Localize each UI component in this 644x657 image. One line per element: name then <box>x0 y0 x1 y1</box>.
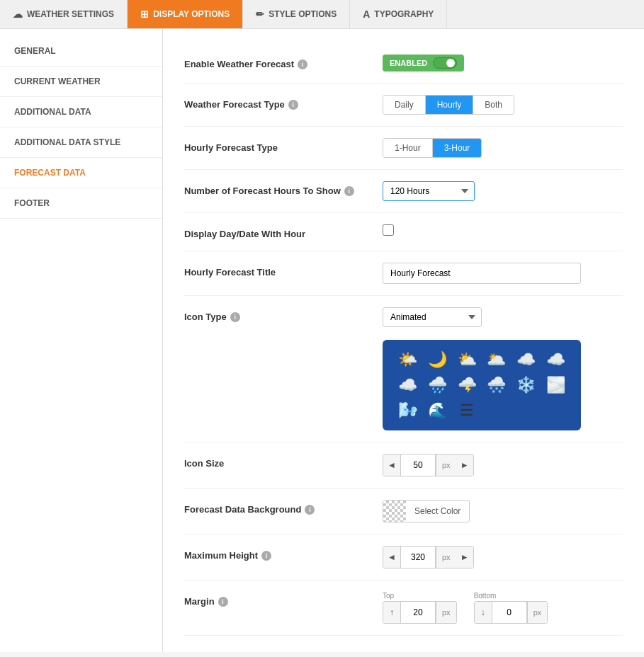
sidebar-item-footer[interactable]: FOOTER <box>0 188 162 219</box>
tab-weather-settings[interactable]: ☁ WEATHER SETTINGS <box>0 0 128 28</box>
hourly-forecast-type-row: Hourly Forecast Type 1-Hour 3-Hour <box>184 127 623 170</box>
forecast-background-color-picker[interactable]: Select Color <box>383 500 470 522</box>
icon-size-row: Icon Size ◄ px ► <box>184 442 623 489</box>
enable-forecast-toggle[interactable]: ENABLED <box>383 55 464 72</box>
icon-preview-grid: 🌤️ 🌙 ⛅ 🌥️ ☁️ ☁️ ☁️ 🌧️ 🌩️ 🌨️ ❄️ 🌫️ 🌬️ 🌊 ☰ <box>383 340 581 430</box>
sidebar: GENERAL CURRENT WEATHER ADDITIONAL DATA … <box>0 29 163 652</box>
icon-type-row: Icon Type i Animated Static None 🌤️ 🌙 ⛅ … <box>184 296 623 442</box>
margin-row: Margin i Top ↑ px Bottom <box>184 581 623 636</box>
margin-top-stepper: ↑ px <box>383 601 457 624</box>
sidebar-item-general[interactable]: GENERAL <box>0 36 162 67</box>
margin-bottom-stepper: ↓ px <box>474 601 548 624</box>
select-color-label: Select Color <box>406 501 469 522</box>
maximum-height-row: Maximum Height i ◄ px ► <box>184 535 623 581</box>
tab-display-options[interactable]: ⊞ DISPLAY OPTIONS <box>128 0 243 28</box>
sidebar-item-forecast-data[interactable]: FORECAST DATA <box>0 158 162 188</box>
maximum-height-increment-btn[interactable]: ► <box>456 547 473 568</box>
maximum-height-label: Maximum Height i <box>184 546 383 561</box>
hourly-forecast-type-btn-group: 1-Hour 3-Hour <box>383 138 482 158</box>
pencil-icon: ✏ <box>256 8 264 20</box>
maximum-height-input[interactable] <box>400 547 436 568</box>
hourly-forecast-title-row: Hourly Forecast Title <box>184 251 623 296</box>
margin-bottom-decrement-btn[interactable]: ↓ <box>475 602 492 623</box>
preview-icon-7: ☁️ <box>397 376 419 394</box>
icon-size-input[interactable] <box>400 455 436 476</box>
icon-type-select[interactable]: Animated Static None <box>383 307 482 327</box>
enable-forecast-control: ENABLED <box>383 55 623 72</box>
forecast-hours-label: Number of Forecast Hours To Show i <box>184 181 383 196</box>
forecast-hours-control: 24 Hours 48 Hours 72 Hours 96 Hours 120 … <box>383 181 623 201</box>
icon-size-control: ◄ px ► <box>383 454 623 476</box>
hourly-type-1hour-btn[interactable]: 1-Hour <box>383 139 433 157</box>
color-checker-pattern <box>383 501 406 522</box>
forecast-type-row: Weather Forecast Type i Daily Hourly Bot… <box>184 84 623 127</box>
preview-icon-1: 🌤️ <box>397 350 419 369</box>
margin-label: Margin i <box>184 592 383 607</box>
preview-icon-11: ❄️ <box>515 376 538 394</box>
hourly-forecast-title-input[interactable] <box>383 263 581 284</box>
margin-inputs: Top ↑ px Bottom ↓ px <box>383 592 548 624</box>
toggle-switch[interactable] <box>433 57 457 69</box>
preview-icon-3: ⛅ <box>456 350 478 369</box>
hourly-forecast-type-control: 1-Hour 3-Hour <box>383 138 623 158</box>
preview-icon-6: ☁️ <box>544 350 567 369</box>
preview-icon-15: ☰ <box>456 401 478 420</box>
margin-bottom-input[interactable] <box>492 602 527 623</box>
icon-size-unit: px <box>436 455 456 476</box>
icon-type-control: Animated Static None 🌤️ 🌙 ⛅ 🌥️ ☁️ ☁️ ☁️ … <box>383 307 623 430</box>
tab-style-options[interactable]: ✏ STYLE OPTIONS <box>243 0 350 28</box>
display-day-date-row: Display Day/Date With Hour <box>184 213 623 251</box>
tab-typography[interactable]: A TYPOGRAPHY <box>350 0 447 28</box>
preview-icon-13: 🌬️ <box>397 401 419 420</box>
tab-weather-settings-label: WEATHER SETTINGS <box>27 9 114 19</box>
enable-forecast-info-icon[interactable]: i <box>298 59 307 69</box>
typography-icon: A <box>363 8 370 20</box>
enable-forecast-label: Enable Weather Forecast i <box>184 55 383 69</box>
hourly-type-3hour-btn[interactable]: 3-Hour <box>433 139 482 157</box>
sidebar-item-additional-data[interactable]: ADDITIONAL DATA <box>0 97 162 127</box>
icon-type-info-icon[interactable]: i <box>230 312 240 322</box>
forecast-background-control: Select Color <box>383 500 623 522</box>
icon-size-stepper: ◄ px ► <box>383 454 474 476</box>
top-navigation: ☁ WEATHER SETTINGS ⊞ DISPLAY OPTIONS ✏ S… <box>0 0 644 29</box>
icon-type-label: Icon Type i <box>184 307 383 322</box>
margin-top-unit: px <box>436 602 456 623</box>
preview-icon-8: 🌧️ <box>426 376 449 394</box>
margin-bottom-group: Bottom ↓ px <box>474 592 548 624</box>
maximum-height-info-icon[interactable]: i <box>261 551 271 561</box>
margin-top-decrement-btn[interactable]: ↑ <box>383 602 400 623</box>
margin-bottom-unit: px <box>527 602 548 623</box>
forecast-type-hourly-btn[interactable]: Hourly <box>426 96 474 114</box>
preview-icon-14: 🌊 <box>426 401 449 420</box>
margin-info-icon[interactable]: i <box>218 597 228 607</box>
forecast-type-label: Weather Forecast Type i <box>184 95 383 110</box>
main-layout: GENERAL CURRENT WEATHER ADDITIONAL DATA … <box>0 29 644 652</box>
forecast-type-btn-group: Daily Hourly Both <box>383 95 514 115</box>
margin-top-input[interactable] <box>400 602 436 623</box>
tab-typography-label: TYPOGRAPHY <box>374 9 434 19</box>
margin-top-group: Top ↑ px <box>383 592 457 624</box>
maximum-height-decrement-btn[interactable]: ◄ <box>383 547 400 568</box>
grid-icon: ⊞ <box>140 8 149 20</box>
display-day-date-checkbox[interactable] <box>383 224 394 236</box>
sidebar-item-additional-data-style[interactable]: ADDITIONAL DATA STYLE <box>0 127 162 158</box>
forecast-type-daily-btn[interactable]: Daily <box>383 96 426 114</box>
main-content: Enable Weather Forecast i ENABLED Weathe… <box>163 29 644 652</box>
forecast-background-info-icon[interactable]: i <box>305 505 315 515</box>
forecast-hours-select[interactable]: 24 Hours 48 Hours 72 Hours 96 Hours 120 … <box>383 181 475 201</box>
forecast-background-row: Forecast Data Background i Select Color <box>184 489 623 535</box>
hourly-forecast-title-label: Hourly Forecast Title <box>184 263 383 278</box>
icon-size-label: Icon Size <box>184 454 383 469</box>
hourly-forecast-type-label: Hourly Forecast Type <box>184 138 383 153</box>
forecast-hours-info-icon[interactable]: i <box>344 186 354 196</box>
hourly-forecast-title-control <box>383 263 623 284</box>
icon-size-decrement-btn[interactable]: ◄ <box>383 455 400 476</box>
sidebar-item-current-weather[interactable]: CURRENT WEATHER <box>0 67 162 97</box>
preview-icon-10: 🌨️ <box>485 376 508 394</box>
forecast-type-both-btn[interactable]: Both <box>473 96 514 114</box>
preview-icon-2: 🌙 <box>426 350 449 369</box>
icon-size-increment-btn[interactable]: ► <box>456 455 473 476</box>
forecast-type-info-icon[interactable]: i <box>288 100 298 110</box>
preview-icon-9: 🌩️ <box>456 376 478 394</box>
margin-control: Top ↑ px Bottom ↓ px <box>383 592 623 624</box>
